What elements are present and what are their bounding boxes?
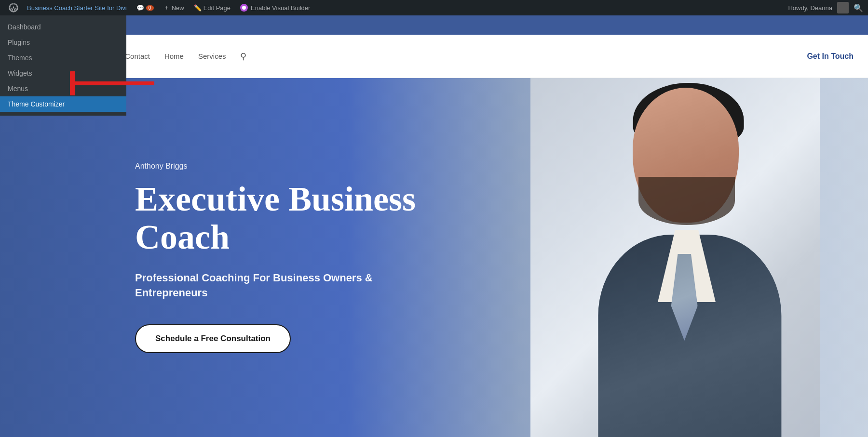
site-header: D About Blog Contact Home Services ⚲ Get… bbox=[0, 35, 868, 78]
search-icon[interactable]: 🔍 bbox=[854, 3, 863, 13]
hero-content: Anthony Briggs Executive Business Coach … bbox=[0, 162, 434, 354]
plus-icon: ＋ bbox=[163, 3, 170, 12]
edit-page-button[interactable]: ✏️ Edit Page bbox=[189, 0, 235, 15]
main-nav: About Blog Contact Home Services ⚲ bbox=[63, 51, 807, 62]
comments-button[interactable]: 💬 0 bbox=[132, 0, 159, 15]
hero-subtitle: Professional Coaching For Business Owner… bbox=[135, 271, 434, 301]
dropdown-item-dashboard[interactable]: Dashboard bbox=[0, 19, 126, 35]
wp-logo[interactable] bbox=[5, 0, 22, 15]
header-cta-button[interactable]: Get In Touch bbox=[807, 52, 854, 61]
nav-home[interactable]: Home bbox=[164, 52, 184, 60]
comments-count: 0 bbox=[146, 5, 154, 11]
hero-person-image bbox=[506, 78, 844, 437]
nav-services[interactable]: Services bbox=[198, 52, 226, 60]
new-button[interactable]: ＋ New bbox=[159, 0, 189, 15]
hero-section: Anthony Briggs Executive Business Coach … bbox=[0, 78, 868, 437]
dropdown-item-themes[interactable]: Themes bbox=[0, 50, 126, 66]
appearance-dropdown: Dashboard Plugins Themes Widgets Menus T… bbox=[0, 15, 126, 116]
nav-contact[interactable]: Contact bbox=[125, 52, 150, 60]
hero-title: Executive Business Coach bbox=[135, 180, 434, 256]
hero-author: Anthony Briggs bbox=[135, 162, 434, 171]
adminbar-right: Howdy, Deanna 🔍 bbox=[788, 2, 863, 13]
top-bar: hello@divibusiness.com bbox=[0, 15, 868, 35]
dropdown-item-widgets[interactable]: Widgets bbox=[0, 66, 126, 81]
comment-icon: 💬 bbox=[136, 4, 144, 12]
svg-point-0 bbox=[242, 6, 246, 10]
dropdown-item-theme-customizer[interactable]: Theme Customizer bbox=[0, 96, 126, 112]
howdy-text: Howdy, Deanna bbox=[788, 4, 832, 12]
nav-search-icon[interactable]: ⚲ bbox=[240, 51, 246, 62]
divi-icon bbox=[240, 4, 248, 12]
dropdown-item-menus[interactable]: Menus bbox=[0, 81, 126, 96]
visual-builder-button[interactable]: Enable Visual Builder bbox=[235, 0, 315, 15]
pencil-icon: ✏️ bbox=[194, 4, 202, 12]
site-name[interactable]: Business Coach Starter Site for Divi bbox=[22, 0, 132, 15]
admin-bar: Business Coach Starter Site for Divi 💬 0… bbox=[0, 0, 868, 15]
dropdown-item-plugins[interactable]: Plugins bbox=[0, 35, 126, 50]
user-avatar[interactable] bbox=[837, 2, 849, 13]
hero-cta-button[interactable]: Schedule a Free Consultation bbox=[135, 324, 291, 353]
person-shape bbox=[530, 78, 820, 437]
